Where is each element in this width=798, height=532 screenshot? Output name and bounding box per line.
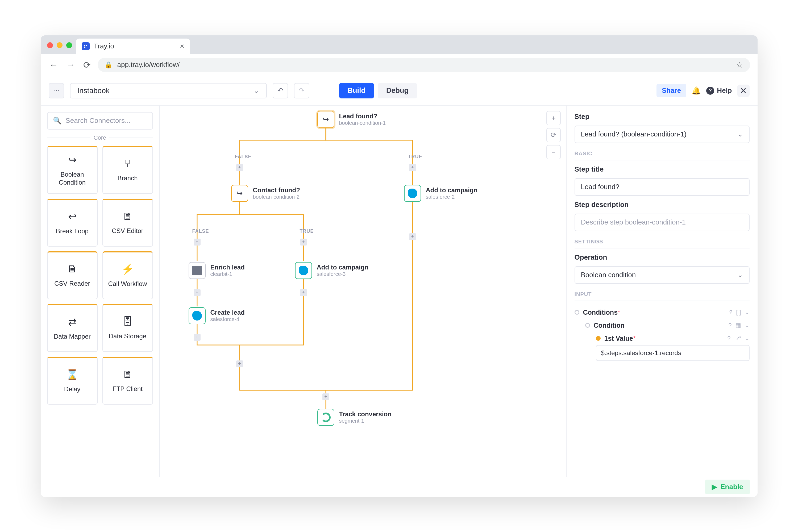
first-value-row[interactable]: 1st Value* ?⎇⌄ — [574, 332, 749, 345]
search-icon: 🔍 — [53, 116, 61, 125]
close-window-icon[interactable] — [47, 42, 53, 48]
node-lead-found[interactable]: ↪ Lead found?boolean-condition-1 — [317, 111, 386, 128]
grid-icon[interactable]: ▦ — [736, 322, 741, 329]
share-button[interactable]: Share — [657, 84, 686, 97]
brackets-icon[interactable]: [ ] — [736, 309, 741, 316]
bolt-icon: ⚡ — [121, 263, 134, 275]
chevron-down-icon: ⌄ — [737, 271, 743, 279]
add-step-button[interactable]: + — [300, 289, 307, 296]
forward-icon[interactable]: → — [65, 60, 76, 70]
document-search-icon: 🗎 — [67, 263, 77, 275]
edge-label-true: TRUE — [408, 154, 422, 159]
connector-palette: 🔍 Search Connectors... Core ↪Boolean Con… — [41, 106, 160, 477]
core-section-label: Core — [47, 134, 153, 141]
branch-icon: ↪ — [68, 154, 77, 166]
undo-button[interactable]: ↶ — [273, 83, 288, 98]
node-contact-found[interactable]: ↪ Contact found?boolean-condition-2 — [231, 185, 300, 202]
operation-label: Operation — [574, 253, 749, 262]
basic-section: BASIC — [574, 148, 749, 160]
close-tab-icon[interactable]: × — [180, 42, 184, 51]
chevron-down-icon: ⌄ — [737, 130, 743, 138]
connector-data-storage[interactable]: 🗄Data Storage — [102, 304, 153, 352]
debug-button[interactable]: Debug — [378, 83, 417, 98]
clearbit-icon — [189, 262, 206, 279]
connector-csv-reader[interactable]: 🗎CSV Reader — [47, 251, 98, 299]
bookmark-icon[interactable]: ☆ — [736, 60, 743, 70]
step-desc-input[interactable]: Describe step boolean-condition-1 — [574, 214, 749, 231]
maximize-window-icon[interactable] — [66, 42, 72, 48]
redo-button[interactable]: ↷ — [294, 83, 309, 98]
connector-ftp-client[interactable]: 🗎FTP Client — [102, 357, 153, 404]
add-step-button[interactable]: + — [194, 334, 201, 341]
document-arrow-icon: 🗎 — [122, 369, 133, 380]
step-desc-label: Step description — [574, 201, 749, 209]
address-bar[interactable]: 🔒 app.tray.io/workflow/ ☆ — [98, 58, 750, 72]
minimize-window-icon[interactable] — [57, 42, 62, 48]
build-button[interactable]: Build — [339, 83, 374, 98]
shuffle-icon: ⇄ — [68, 316, 77, 328]
operation-select[interactable]: Boolean condition ⌄ — [574, 266, 749, 284]
conditions-row[interactable]: Conditions* ?[ ]⌄ — [574, 306, 749, 319]
step-selector[interactable]: Lead found? (boolean-condition-1) ⌄ — [574, 126, 749, 143]
add-step-button[interactable]: + — [300, 239, 307, 246]
notifications-icon[interactable]: 🔔 — [691, 86, 701, 95]
segment-icon — [317, 409, 334, 426]
connector-break-loop[interactable]: ↩Break Loop — [47, 199, 98, 247]
tray-app: ⋯ Instabook ⌄ ↶ ↷ Build Debug Share 🔔 ? … — [41, 76, 758, 497]
menu-button[interactable]: ⋯ — [49, 83, 64, 98]
node-add-to-campaign-2[interactable]: Add to campaignsalesforce-3 — [295, 262, 369, 279]
settings-section: SETTINGS — [574, 236, 749, 248]
help-icon: ? — [706, 87, 714, 95]
connector-csv-editor[interactable]: 🗎CSV Editor — [102, 199, 153, 247]
first-value-path[interactable]: $.steps.salesforce-1.records — [596, 345, 749, 361]
help-icon[interactable]: ? — [729, 309, 732, 316]
connector-delay[interactable]: ⌛Delay — [47, 357, 98, 404]
connector-boolean-condition[interactable]: ↪Boolean Condition — [47, 146, 98, 194]
connector-call-workflow[interactable]: ⚡Call Workflow — [102, 251, 153, 299]
step-heading: Step — [574, 113, 749, 121]
step-title-input[interactable]: Lead found? — [574, 178, 749, 196]
condition-row[interactable]: Condition ?▦⌄ — [574, 319, 749, 332]
add-step-button[interactable]: + — [409, 233, 416, 240]
node-enrich-lead[interactable]: Enrich leadclearbit-1 — [189, 262, 245, 279]
enable-button[interactable]: ▶ Enable — [705, 480, 750, 494]
connector-data-mapper[interactable]: ⇄Data Mapper — [47, 304, 98, 352]
browser-chrome: Tray.io × ← → ⟳ 🔒 app.tray.io/workflow/ … — [41, 35, 758, 76]
help-button[interactable]: ? Help — [706, 87, 732, 95]
connector-branch[interactable]: ⑂Branch — [102, 146, 153, 194]
step-inspector: Step Lead found? (boolean-condition-1) ⌄… — [566, 106, 758, 477]
browser-window: Tray.io × ← → ⟳ 🔒 app.tray.io/workflow/ … — [41, 35, 758, 497]
path-icon[interactable]: ⎇ — [735, 335, 741, 342]
node-track-conversion[interactable]: Track conversionsegment-1 — [317, 409, 392, 426]
add-step-button[interactable]: + — [194, 289, 201, 296]
hourglass-icon: ⌛ — [66, 369, 78, 380]
node-create-lead[interactable]: Create leadsalesforce-4 — [189, 307, 245, 324]
app-footer: ▶ Enable — [41, 477, 758, 497]
chevron-down-icon[interactable]: ⌄ — [745, 322, 749, 329]
window-controls — [45, 42, 76, 54]
workflow-name: Instabook — [77, 87, 110, 95]
add-step-button[interactable]: + — [236, 360, 243, 367]
search-placeholder: Search Connectors... — [66, 116, 131, 125]
close-panel-button[interactable]: ✕ — [737, 84, 749, 97]
reload-icon[interactable]: ⟳ — [82, 60, 92, 70]
url-text: app.tray.io/workflow/ — [117, 61, 180, 69]
browser-tab[interactable]: Tray.io × — [76, 39, 190, 54]
add-step-button[interactable]: + — [194, 239, 201, 246]
boolean-icon: ↪ — [231, 185, 248, 202]
salesforce-icon — [295, 262, 312, 279]
help-icon[interactable]: ? — [727, 335, 730, 342]
search-input[interactable]: 🔍 Search Connectors... — [47, 112, 153, 130]
workflow-canvas[interactable]: ＋ ⟳ － — [160, 106, 566, 477]
workflow-selector[interactable]: Instabook ⌄ — [70, 83, 267, 98]
add-step-button[interactable]: + — [236, 164, 243, 171]
help-icon[interactable]: ? — [728, 322, 732, 329]
chevron-down-icon: ⌄ — [253, 86, 259, 95]
back-icon[interactable]: ← — [48, 60, 59, 70]
chevron-down-icon[interactable]: ⌄ — [745, 335, 749, 342]
node-add-to-campaign-1[interactable]: Add to campaignsalesforce-2 — [404, 185, 478, 202]
step-title-label: Step title — [574, 165, 749, 173]
add-step-button[interactable]: + — [322, 394, 329, 400]
chevron-down-icon[interactable]: ⌄ — [745, 309, 749, 316]
add-step-button[interactable]: + — [409, 164, 416, 171]
